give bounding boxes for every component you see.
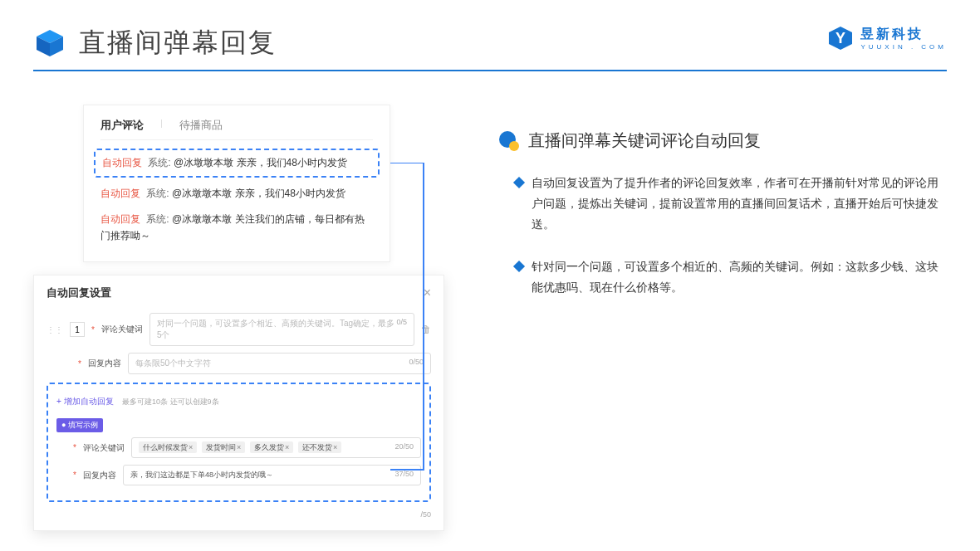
right-panel: 直播间弹幕关键词评论自动回复 自动回复设置为了提升作者的评论回复效率，作者可在开…: [498, 105, 947, 319]
form-row-1: ⋮⋮ 1 * 评论关键词 对同一个问题，可设置多个相近、高频的关键词。Tag确定…: [47, 313, 431, 346]
left-panel: 用户评论 | 待播商品 自动回复 系统: @冰墩墩本墩 亲亲，我们48小时内发货…: [33, 105, 465, 319]
row-number: 1: [70, 322, 85, 337]
example-box: + 增加自动回复 最多可建10条 还可以创建9条 ● 填写示例 * 评论关键词 …: [47, 383, 431, 502]
counter: 37/50: [394, 470, 414, 480]
comment-item: 自动回复 系统: @冰墩墩本墩 亲亲，我们48小时内发货: [100, 181, 373, 207]
reply-input[interactable]: 每条限50个中文字符 0/50: [128, 353, 431, 374]
keyword-input[interactable]: 对同一个问题，可设置多个相近、高频的关键词。Tag确定，最多5个 0/5: [149, 313, 414, 346]
page-title: 直播间弹幕回复: [79, 25, 277, 61]
comment-text: @冰墩墩本墩 亲亲，我们48小时内发货: [172, 188, 345, 199]
tab-divider: |: [160, 118, 163, 133]
example-reply-input[interactable]: 亲，我们这边都是下单48小时内发货的哦～ 37/50: [123, 465, 421, 485]
svg-text:Y: Y: [835, 30, 845, 46]
field-label-reply: 回复内容: [83, 470, 116, 481]
auto-reply-tag: 自动回复: [100, 188, 140, 199]
comments-card: 用户评论 | 待播商品 自动回复 系统: @冰墩墩本墩 亲亲，我们48小时内发货…: [83, 105, 390, 262]
comment-item: 自动回复 系统: @冰墩墩本墩 关注我们的店铺，每日都有热门推荐呦～: [100, 207, 373, 248]
brand-name-cn: 昱新科技: [860, 26, 947, 43]
modal-header: 自动回复设置 ×: [47, 285, 431, 300]
required-star: *: [73, 471, 76, 480]
cube-icon: [33, 27, 66, 60]
counter: 0/5: [396, 318, 407, 341]
form-row-2: * 回复内容 每条限50个中文字符 0/50: [47, 353, 431, 374]
tag-chip[interactable]: 发货时间×: [202, 441, 245, 453]
svg-point-6: [509, 141, 519, 151]
tab-products[interactable]: 待播商品: [179, 118, 223, 133]
required-star: *: [78, 359, 81, 368]
tabs: 用户评论 | 待播商品: [100, 118, 373, 140]
close-icon[interactable]: ×: [424, 285, 431, 300]
tab-comments[interactable]: 用户评论: [100, 118, 144, 133]
system-label: 系统:: [146, 188, 169, 199]
auto-reply-tag: 自动回复: [100, 213, 140, 225]
system-label: 系统:: [148, 157, 170, 168]
required-star: *: [91, 325, 95, 334]
bullet-item: 针对同一个问题，可设置多个相近的、高频的关键词。例如：这款多少钱、这块能优惠吗、…: [498, 256, 947, 298]
system-label: 系统:: [146, 213, 169, 225]
settings-modal: 自动回复设置 × ⋮⋮ 1 * 评论关键词 对同一个问题，可设置多个相近、高频的…: [33, 275, 444, 531]
field-label-keyword: 评论关键词: [83, 442, 125, 454]
diamond-icon: [513, 177, 525, 188]
example-badge: ● 填写示例: [56, 418, 103, 432]
brand-icon: Y: [827, 25, 854, 51]
example-row-2: * 回复内容 亲，我们这边都是下单48小时内发货的哦～ 37/50: [56, 465, 421, 485]
required-star: *: [73, 443, 76, 452]
tag-chip[interactable]: 多久发货×: [250, 441, 293, 453]
example-keyword-input[interactable]: 什么时候发货× 发货时间× 多久发货× 还不发货× 20/50: [131, 437, 421, 458]
example-row-1: * 评论关键词 什么时候发货× 发货时间× 多久发货× 还不发货× 20/50: [56, 437, 421, 458]
comment-text: @冰墩墩本墩 亲亲，我们48小时内发货: [174, 157, 347, 168]
brand-name-en: YUUXIN . COM: [860, 43, 947, 51]
bullet-text: 针对同一个问题，可设置多个相近的、高频的关键词。例如：这款多少钱、这块能优惠吗、…: [532, 256, 947, 298]
main-content: 用户评论 | 待播商品 自动回复 系统: @冰墩墩本墩 亲亲，我们48小时内发货…: [0, 71, 980, 352]
counter: 20/50: [394, 442, 414, 453]
add-reply-link[interactable]: + 增加自动回复: [56, 396, 114, 407]
auto-reply-tag: 自动回复: [102, 157, 142, 168]
section-head: 直播间弹幕关键词评论自动回复: [498, 129, 947, 152]
chat-bubble-icon: [498, 130, 520, 152]
diamond-icon: [513, 260, 525, 271]
bullet-text: 自动回复设置为了提升作者的评论回复效率，作者可在开播前针对常见的评论用户问题，提…: [532, 173, 947, 236]
brand-logo: Y 昱新科技 YUUXIN . COM: [827, 25, 947, 51]
counter: 0/50: [409, 358, 424, 369]
modal-title: 自动回复设置: [47, 285, 111, 300]
trash-icon[interactable]: 🗑: [421, 324, 431, 335]
bullet-item: 自动回复设置为了提升作者的评论回复效率，作者可在开播前针对常见的评论用户问题，提…: [498, 173, 947, 236]
drag-icon[interactable]: ⋮⋮: [47, 325, 63, 334]
tag-chip[interactable]: 还不发货×: [298, 441, 341, 453]
field-label-reply: 回复内容: [88, 358, 121, 369]
header: 直播间弹幕回复 Y 昱新科技 YUUXIN . COM: [0, 0, 980, 70]
add-hint: 最多可建10条 还可以创建9条: [122, 397, 219, 406]
comment-highlighted: 自动回复 系统: @冰墩墩本墩 亲亲，我们48小时内发货: [94, 149, 380, 178]
section-title: 直播间弹幕关键词评论自动回复: [528, 129, 761, 152]
counter: /50: [420, 510, 431, 519]
field-label-keyword: 评论关键词: [101, 324, 143, 335]
tag-chip[interactable]: 什么时候发货×: [139, 441, 197, 453]
